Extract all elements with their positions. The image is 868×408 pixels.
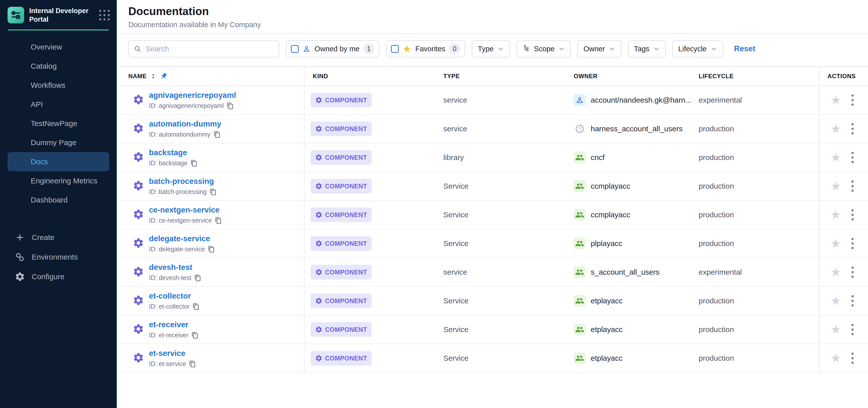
column-header-kind: KIND [313, 67, 328, 86]
favorite-star-icon[interactable]: ★ [830, 323, 841, 336]
type-cell: library [443, 153, 464, 162]
favorite-star-icon[interactable]: ★ [830, 151, 841, 163]
kebab-menu-icon[interactable] [850, 237, 855, 251]
person-icon [302, 45, 311, 53]
copy-icon[interactable] [215, 217, 222, 224]
sidebar-item-workflows[interactable]: Workflows [7, 76, 109, 95]
group-icon: ? [574, 180, 586, 192]
sidebar-item-catalog[interactable]: Catalog [7, 57, 109, 76]
kebab-menu-icon[interactable] [850, 179, 855, 193]
component-gear-icon [315, 240, 322, 247]
sort-icon[interactable] [150, 73, 157, 80]
sidebar-item-engineering-metrics[interactable]: Engineering Metrics [7, 171, 109, 190]
chevron-down-icon [609, 45, 615, 52]
component-gear-icon [315, 211, 322, 219]
copy-icon[interactable] [192, 303, 199, 310]
pin-icon[interactable] [158, 71, 169, 82]
sidebar-item-configure[interactable]: Configure [0, 267, 117, 286]
entity-name-link[interactable]: et-collector [149, 291, 199, 301]
filter-dropdown-lifecycle[interactable]: Lifecycle [672, 40, 723, 57]
copy-icon[interactable] [191, 332, 198, 339]
copy-icon[interactable] [194, 275, 201, 281]
kebab-menu-icon[interactable] [850, 150, 855, 165]
search-input[interactable] [145, 44, 274, 53]
favorites-count: 0 [449, 43, 460, 54]
reset-filters-link[interactable]: Reset [734, 44, 755, 53]
kind-badge: COMPONENT [310, 236, 372, 251]
kebab-menu-icon[interactable] [850, 93, 855, 107]
apps-grid-icon[interactable] [99, 10, 110, 20]
favorites-filter[interactable]: ★ Favorites 0 [386, 40, 465, 57]
sidebar-item-dashboard[interactable]: Dashboard [7, 190, 109, 210]
entity-name-link[interactable]: delegate-service [149, 234, 215, 243]
table-row: backstage ID: backstage COMPONENT librar… [117, 144, 868, 172]
copy-icon[interactable] [208, 246, 215, 253]
entity-name-link[interactable]: et-receiver [149, 320, 198, 329]
entity-name-link[interactable]: ce-nextgen-service [149, 206, 222, 215]
component-gear-icon [315, 354, 322, 362]
owned-by-me-filter[interactable]: Owned by me 1 [286, 40, 379, 57]
sidebar-item-testnewpage[interactable]: TestNewPage [7, 114, 109, 133]
dropdown-label: Tags [634, 45, 649, 53]
sidebar-item-docs[interactable]: Docs [7, 152, 109, 171]
kind-label: COMPONENT [325, 269, 367, 276]
column-header-type: TYPE [443, 67, 460, 86]
favorite-star-icon[interactable]: ★ [830, 266, 841, 278]
filter-dropdown-owner[interactable]: Owner [578, 40, 621, 57]
owner-name: account/nandeesh.gk@harn... [591, 96, 692, 104]
kebab-menu-icon[interactable] [850, 322, 855, 337]
entity-name-link[interactable]: devesh-test [149, 263, 201, 272]
kebab-menu-icon[interactable] [850, 122, 855, 136]
kebab-menu-icon[interactable] [850, 351, 855, 366]
component-gear-icon [132, 266, 144, 278]
lifecycle-cell: production [699, 182, 734, 190]
owner-name: etplayacc [591, 354, 623, 363]
kebab-menu-icon[interactable] [850, 208, 855, 222]
entity-name-link[interactable]: agnivagenericrepoyaml [149, 91, 236, 100]
favorite-star-icon[interactable]: ★ [830, 238, 841, 250]
copy-icon[interactable] [190, 160, 197, 167]
entity-name-link[interactable]: et-service [149, 349, 196, 358]
favorite-star-icon[interactable]: ★ [830, 123, 841, 135]
copy-icon[interactable] [210, 188, 217, 195]
entity-id: ID: backstage [149, 159, 187, 167]
sidebar-item-api[interactable]: API [7, 95, 109, 114]
column-header-name[interactable]: NAME [128, 67, 167, 86]
filter-dropdown-scope[interactable]: Scope [517, 40, 571, 57]
filter-bar: Owned by me 1 ★ Favorites 0 Type [128, 40, 755, 57]
favorite-star-icon[interactable]: ★ [830, 180, 841, 192]
favorites-checkbox[interactable] [391, 45, 399, 53]
filter-dropdown-type[interactable]: Type [472, 40, 510, 57]
sidebar-accent-divider [8, 29, 109, 30]
copy-icon[interactable] [189, 360, 196, 368]
plus-icon [14, 232, 26, 243]
copy-icon[interactable] [227, 102, 234, 109]
kind-badge: COMPONENT [310, 322, 372, 337]
dropdown-label: Lifecycle [678, 45, 707, 53]
chevron-down-icon [711, 45, 717, 52]
copy-icon[interactable] [214, 131, 221, 138]
kebab-menu-icon[interactable] [850, 294, 855, 308]
favorite-star-icon[interactable]: ★ [830, 352, 841, 364]
sidebar-item-environments[interactable]: Environments [0, 247, 117, 267]
sidebar-item-dummy-page[interactable]: Dummy Page [7, 133, 109, 152]
filter-dropdown-tags[interactable]: Tags [628, 40, 666, 57]
owned-by-me-checkbox[interactable] [291, 45, 299, 53]
page-title: Documentation [128, 5, 209, 18]
entity-name-link[interactable]: backstage [149, 148, 197, 157]
entity-name-link[interactable]: batch-processing [149, 177, 217, 186]
kebab-menu-icon[interactable] [850, 265, 855, 279]
column-header-lifecycle: LIFECYCLE [699, 67, 734, 86]
app-logo [7, 7, 24, 23]
main-content: Documentation Documentation available in… [117, 0, 868, 408]
favorite-star-icon[interactable]: ★ [830, 295, 841, 307]
group-icon: ? [574, 151, 586, 163]
favorite-star-icon[interactable]: ★ [830, 94, 841, 106]
sidebar-item-label: Dashboard [31, 196, 68, 204]
favorite-star-icon[interactable]: ★ [830, 209, 841, 221]
owner-name: cncf [591, 153, 604, 162]
sidebar-item-create[interactable]: Create [0, 228, 117, 247]
sidebar-item-overview[interactable]: Overview [7, 37, 109, 57]
entity-name-link[interactable]: automation-dummy [149, 120, 221, 129]
type-cell: service [443, 268, 467, 277]
